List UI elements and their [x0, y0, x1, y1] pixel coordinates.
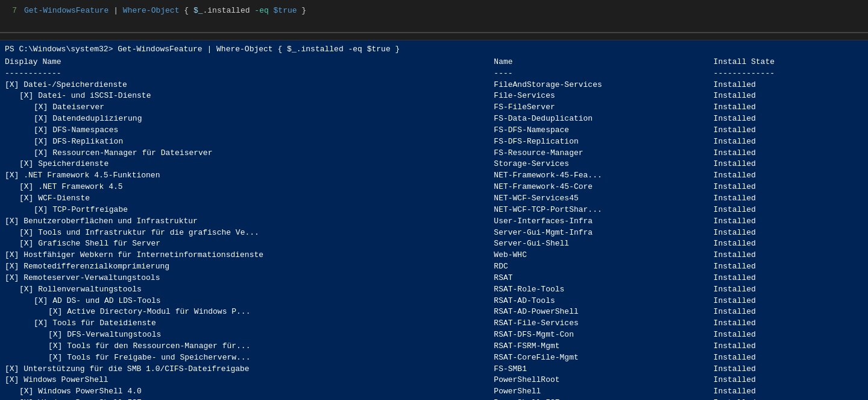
cell-state: Installed	[714, 284, 863, 296]
cell-state: Installed	[714, 125, 863, 136]
cell-display-name: [X] Hostfähiger Webkern für Internetinfo…	[5, 250, 494, 261]
cell-display-name: [X] .NET Framework 4.5	[5, 182, 494, 193]
cell-display-name: [X] Benutzeroberflächen und Infrastruktu…	[5, 216, 494, 227]
code-property: installed	[207, 5, 250, 17]
cell-state: Installed	[714, 238, 863, 250]
cell-name: RSAT-AD-PowerShell	[494, 306, 713, 318]
cell-state: Installed	[714, 398, 863, 400]
cell-name: FS-Resource-Manager	[494, 148, 713, 159]
cell-state: Installed	[714, 261, 863, 273]
cell-name: RSAT-DFS-Mgmt-Con	[494, 329, 713, 341]
cell-display-name: [X] .NET Framework 4.5-Funktionen	[5, 170, 494, 182]
cell-state: Installed	[714, 159, 863, 170]
table-row: [X] Datei- und iSCSI-DiensteFile-Service…	[5, 90, 863, 102]
table-row: [X] Ressourcen-Manager für DateiserverFS…	[5, 148, 863, 159]
cell-state: Installed	[714, 296, 863, 307]
cell-display-name: [X] TCP-Portfreigabe	[5, 205, 494, 216]
cell-display-name: [X] Dateiserver	[5, 102, 494, 113]
header-name: Name	[494, 57, 713, 68]
table-row: [X] .NET Framework 4.5NET-Framework-45-C…	[5, 182, 863, 193]
code-line-7: 7 Get-WindowsFeature | Where-Object { $_…	[6, 5, 862, 17]
cell-display-name: [X] Tools für Freigabe- und Speicherverw…	[5, 352, 494, 364]
cell-display-name: [X] Remoteserver-Verwaltungstools	[5, 273, 494, 284]
cell-name: FS-Data-Deduplication	[494, 113, 713, 125]
cell-state: Installed	[714, 80, 863, 91]
cell-state: Installed	[714, 306, 863, 318]
cell-display-name: [X] Unterstützung für die SMB 1.0/CIFS-D…	[5, 364, 494, 375]
table-row: [X] WCF-DiensteNET-WCF-Services45Install…	[5, 193, 863, 205]
header-display-name: Display Name	[5, 57, 494, 68]
table-row: [X] Benutzeroberflächen und Infrastruktu…	[5, 216, 863, 227]
terminal-area: PS C:\Windows\system32> Get-WindowsFeatu…	[0, 40, 868, 400]
code-cmdlet-1: Get-WindowsFeature	[24, 5, 108, 17]
cell-state: Installed	[714, 193, 863, 205]
cell-name: File-Services	[494, 90, 713, 102]
cell-name: FS-DFS-Replication	[494, 136, 713, 148]
cell-state: Installed	[714, 148, 863, 159]
line-number-7: 7	[6, 5, 24, 17]
cell-name: FileAndStorage-Services	[494, 80, 713, 91]
table-row: [X] Grafische Shell für ServerServer-Gui…	[5, 238, 863, 250]
table-row: [X] DFS-ReplikationFS-DFS-ReplicationIns…	[5, 136, 863, 148]
cell-display-name: [X] Windows PowerShell 4.0	[5, 386, 494, 398]
terminal-rows: [X] Datei-/SpeicherdiensteFileAndStorage…	[5, 80, 863, 400]
cell-display-name: [X] Active Directory-Modul für Windows P…	[5, 306, 494, 318]
cell-state: Installed	[714, 352, 863, 364]
code-operator: -eq	[254, 5, 268, 17]
cell-name: PowerShell	[494, 386, 713, 398]
cell-state: Installed	[714, 250, 863, 261]
cell-display-name: [X] WCF-Dienste	[5, 193, 494, 205]
cell-name: User-Interfaces-Infra	[494, 216, 713, 227]
cell-state: Installed	[714, 216, 863, 227]
cell-state: Installed	[714, 273, 863, 284]
cell-name: Server-Gui-Mgmt-Infra	[494, 227, 713, 239]
table-row: [X] Datei-/SpeicherdiensteFileAndStorage…	[5, 80, 863, 91]
cell-state: Installed	[714, 182, 863, 193]
cell-name: RSAT-FSRM-Mgmt	[494, 341, 713, 352]
table-row: [X] Tools für Freigabe- und Speicherverw…	[5, 352, 863, 364]
cell-state: Installed	[714, 341, 863, 352]
table-row: [X] Remoteserver-VerwaltungstoolsRSATIns…	[5, 273, 863, 284]
cell-state: Installed	[714, 375, 863, 386]
cell-display-name: [X] Speicherdienste	[5, 159, 494, 170]
cell-state: Installed	[714, 386, 863, 398]
separator-display: ------------	[5, 68, 494, 80]
table-row: [X] Hostfähiger Webkern für Internetinfo…	[5, 250, 863, 261]
cell-state: Installed	[714, 90, 863, 102]
cell-display-name: [X] DFS-Replikation	[5, 136, 494, 148]
terminal-prompt: PS C:\Windows\system32> Get-WindowsFeatu…	[5, 44, 863, 56]
terminal-table: Display Name Name Install State --------…	[5, 57, 863, 400]
header-install-state: Install State	[714, 57, 863, 68]
code-variable: $_	[193, 5, 203, 17]
cell-name: FS-FileServer	[494, 102, 713, 113]
cell-display-name: [X] Datendeduplizierung	[5, 113, 494, 125]
cell-display-name: [X] Ressourcen-Manager für Dateiserver	[5, 148, 494, 159]
cell-display-name: [X] Tools für Dateidienste	[5, 318, 494, 329]
separator-name: ----	[494, 68, 713, 80]
cell-display-name: [X] Remotedifferenzialkomprimierung	[5, 261, 494, 273]
cell-name: Web-WHC	[494, 250, 713, 261]
cell-state: Installed	[714, 113, 863, 125]
cell-state: Installed	[714, 318, 863, 329]
cell-display-name: [X] AD DS- und AD LDS-Tools	[5, 296, 494, 307]
cell-name: RSAT-AD-Tools	[494, 296, 713, 307]
cell-display-name: [X] Datei-/Speicherdienste	[5, 80, 494, 91]
cell-name: RSAT	[494, 273, 713, 284]
table-row: [X] Tools für den Ressourcen-Manager für…	[5, 341, 863, 352]
table-row: [X] Tools und Infrastruktur für die graf…	[5, 227, 863, 239]
cell-name: NET-WCF-Services45	[494, 193, 713, 205]
table-row: [X] Windows PowerShellPowerShellRootInst…	[5, 375, 863, 386]
cell-name: FS-DFS-Namespace	[494, 125, 713, 136]
cell-name: NET-Framework-45-Fea...	[494, 170, 713, 182]
cell-display-name: [X] Tools und Infrastruktur für die graf…	[5, 227, 494, 239]
cell-state: Installed	[714, 227, 863, 239]
cell-display-name: [X] Grafische Shell für Server	[5, 238, 494, 250]
cell-state: Installed	[714, 136, 863, 148]
table-row: [X] Unterstützung für die SMB 1.0/CIFS-D…	[5, 364, 863, 375]
table-row: [X] Windows PowerShell ISEPowerShell-ISE…	[5, 398, 863, 400]
cell-name: NET-WCF-TCP-PortShar...	[494, 205, 713, 216]
cell-display-name: [X] Datei- und iSCSI-Dienste	[5, 90, 494, 102]
cell-display-name: [X] Windows PowerShell ISE	[5, 398, 494, 400]
cell-name: FS-SMB1	[494, 364, 713, 375]
horizontal-scrollbar[interactable]	[0, 33, 868, 40]
